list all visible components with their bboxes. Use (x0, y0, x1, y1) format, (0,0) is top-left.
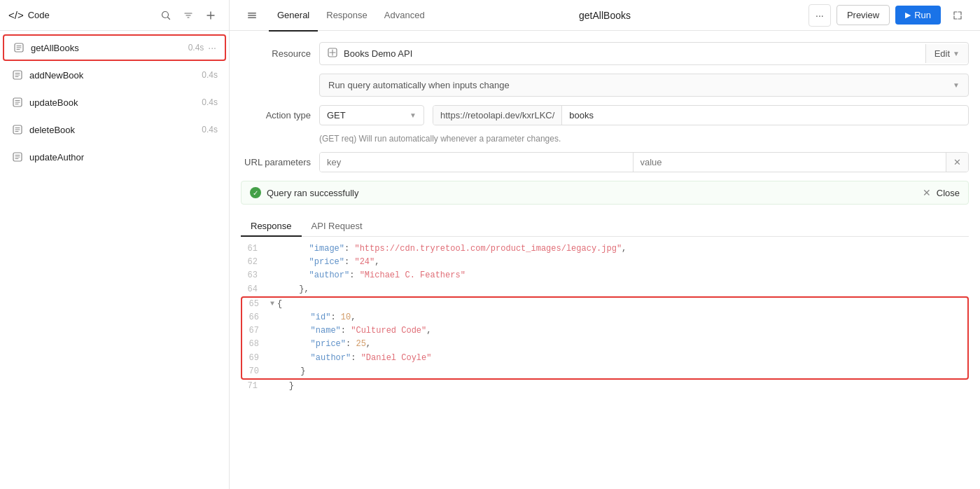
tab-general[interactable]: General (269, 1, 318, 32)
sidebar-header-icons (156, 6, 220, 25)
resource-selector[interactable]: Books Demo API Edit ▼ (319, 42, 969, 65)
url-input-row: https://retoolapi.dev/kxrLKC/ books (433, 105, 969, 125)
sidebar-item-label-updateAuthor: updateAuthor (29, 152, 84, 163)
success-icon (250, 187, 261, 198)
sidebar-toggle-button[interactable] (241, 4, 263, 27)
param-remove-button[interactable]: ✕ (946, 153, 968, 172)
code-line-71: 71 } (241, 380, 969, 393)
query-icon-deleteBook (11, 123, 24, 136)
run-query-selector[interactable]: Run query automatically when inputs chan… (319, 74, 969, 97)
resp-tab-api-request[interactable]: API Request (302, 216, 372, 237)
expand-button[interactable] (946, 4, 969, 27)
param-key-input[interactable] (320, 153, 633, 172)
tab-advanced[interactable]: Advanced (376, 1, 433, 32)
svg-rect-13 (248, 15, 256, 16)
url-suffix[interactable]: books (562, 106, 968, 125)
hint-text: (GET req) Will run automatically wheneve… (319, 134, 969, 144)
topbar-right: ··· Preview ▶ Run (808, 4, 969, 27)
url-params-inputs: ✕ (319, 152, 969, 172)
code-line-68: 68 "price": 25, (242, 338, 967, 351)
resp-tab-response[interactable]: Response (241, 216, 302, 237)
query-name-title: getAllBooks (579, 10, 631, 21)
url-prefix: https://retoolapi.dev/kxrLKC/ (433, 106, 562, 125)
code-line-62: 62 "price": "24", (241, 256, 969, 269)
run-icon: ▶ (905, 11, 911, 20)
code-line-69: 69 "author": "Daniel Coyle" (242, 352, 967, 365)
action-type-row: Action type GET ▼ https://retoolapi.dev/… (241, 105, 969, 125)
sidebar-item-label-updateBook: updateBook (29, 97, 78, 108)
resource-name: Books Demo API (344, 48, 412, 59)
code-line-67: 67 "name": "Cultured Code", (242, 324, 967, 338)
sidebar-item-more-getAllBooks[interactable]: ··· (208, 42, 216, 53)
sidebar-item-label-addNewBook: addNewBook (29, 70, 83, 81)
sidebar-item-addNewBook[interactable]: addNewBook 0.4s (3, 62, 226, 88)
sidebar-item-updateBook[interactable]: updateBook 0.4s (3, 89, 226, 116)
param-value-input[interactable] (633, 153, 946, 172)
action-type-select[interactable]: GET ▼ (319, 105, 424, 125)
success-close-button[interactable]: Close (937, 188, 960, 198)
sidebar: </> Code (0, 0, 230, 489)
chevron-down-icon: ▼ (953, 50, 960, 57)
sidebar-item-deleteBook[interactable]: deleteBook 0.4s (3, 116, 226, 143)
svg-line-1 (168, 17, 170, 19)
content-area: Resource Books Demo API Edit ▼ (230, 31, 980, 489)
code-line-63: 63 "author": "Michael C. Feathers" (241, 269, 969, 282)
sidebar-item-time-updateBook: 0.4s (202, 97, 218, 107)
sidebar-title: </> Code (8, 9, 50, 21)
sidebar-header: </> Code (0, 0, 229, 31)
sidebar-item-time-addNewBook: 0.4s (202, 70, 218, 80)
resource-label: Resource (241, 48, 311, 59)
highlighted-code-block: 65 ▼ { 66 "id": 10, 67 (241, 296, 969, 380)
run-button[interactable]: ▶ Run (895, 6, 941, 25)
code-icon: </> (8, 9, 24, 21)
filter-button[interactable] (178, 6, 198, 25)
url-params-row: URL parameters ✕ (241, 152, 969, 172)
query-icon-getAllBooks (13, 41, 25, 54)
action-type-label: Action type (241, 110, 311, 120)
code-line-64: 64 }, (241, 283, 969, 296)
add-query-button[interactable] (201, 6, 220, 25)
more-options-button[interactable]: ··· (808, 4, 831, 27)
sidebar-item-time-getAllBooks: 0.4s (188, 43, 204, 53)
code-line-66: 66 "id": 10, (242, 311, 967, 324)
sidebar-title-text: Code (28, 10, 50, 20)
run-query-chevron-icon: ▼ (953, 81, 960, 89)
preview-button[interactable]: Preview (836, 5, 890, 25)
code-line-61: 61 "image": "https://cdn.tryretool.com/p… (241, 242, 969, 256)
main-panel: General Response Advanced getAllBooks ··… (230, 0, 980, 489)
run-query-label: Run query automatically when inputs chan… (328, 80, 510, 90)
code-block: 61 "image": "https://cdn.tryretool.com/p… (241, 242, 969, 393)
sidebar-item-updateAuthor[interactable]: updateAuthor (3, 144, 226, 170)
search-button[interactable] (156, 6, 176, 25)
sidebar-item-label-deleteBook: deleteBook (29, 125, 75, 135)
run-query-row-container: Run query automatically when inputs chan… (241, 74, 969, 97)
code-line-70: 70 } (242, 365, 967, 378)
topbar-left: General Response Advanced (241, 0, 433, 31)
success-banner: Query ran successfully ✕ Close (241, 181, 969, 205)
url-params-label: URL parameters (241, 157, 311, 167)
svg-rect-14 (248, 17, 256, 18)
response-tabs: Response API Request (241, 216, 969, 237)
action-chevron-icon: ▼ (410, 111, 416, 119)
query-icon-updateBook (11, 96, 24, 109)
query-icon-addNewBook (11, 69, 24, 81)
query-icon-updateAuthor (11, 151, 24, 163)
response-section: Response API Request 61 "image": "https:… (241, 216, 969, 393)
sidebar-item-time-deleteBook: 0.4s (202, 125, 218, 135)
success-close-x-button[interactable]: ✕ (923, 187, 931, 198)
sidebar-item-label-getAllBooks: getAllBooks (31, 43, 79, 53)
svg-rect-12 (248, 13, 256, 14)
success-message: Query ran successfully (267, 188, 359, 198)
resource-row: Resource Books Demo API Edit ▼ (241, 42, 969, 65)
tab-response[interactable]: Response (318, 1, 376, 32)
sidebar-item-getAllBooks[interactable]: getAllBooks 0.4s ··· (3, 34, 226, 61)
resource-edit-button[interactable]: Edit ▼ (925, 44, 968, 63)
topbar: General Response Advanced getAllBooks ··… (230, 0, 980, 31)
code-line-65: 65 ▼ { (242, 298, 967, 311)
api-icon (327, 47, 338, 60)
